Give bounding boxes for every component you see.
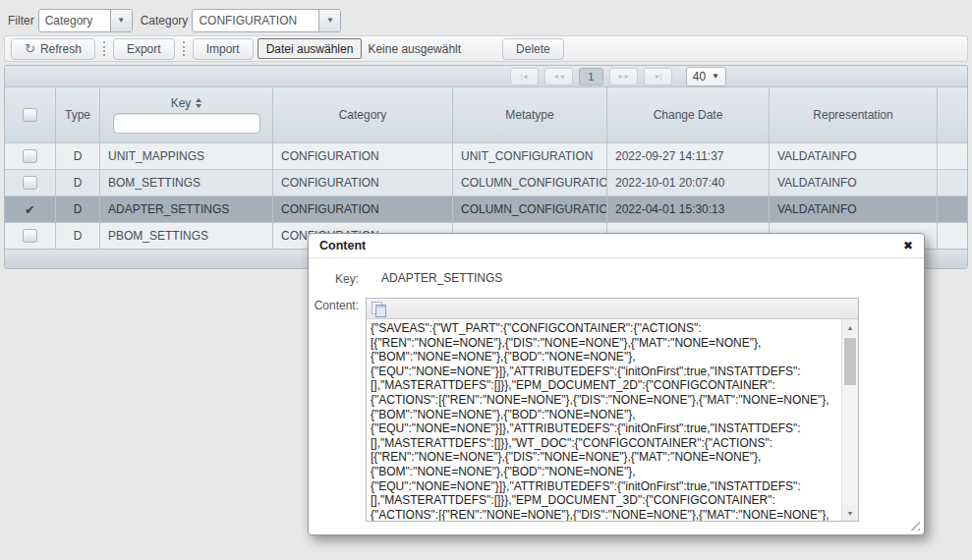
cell-spacer bbox=[938, 196, 967, 222]
cell-change-date: 2022-09-27 14:11:37 bbox=[607, 143, 770, 169]
page-size-select[interactable]: 40 ▼ bbox=[686, 67, 726, 86]
cell-key: PBOM_SETTINGS bbox=[100, 223, 273, 249]
file-choose-button[interactable]: Datei auswählen bbox=[257, 38, 363, 59]
header-category: Category bbox=[273, 87, 453, 142]
table-row-selected[interactable]: ✔ D ADAPTER_SETTINGS CONFIGURATION COLUM… bbox=[5, 196, 967, 222]
header-type: Type bbox=[56, 87, 100, 142]
first-page-button[interactable]: |◄ bbox=[510, 68, 539, 85]
cell-key: UNIT_MAPPINGS bbox=[100, 143, 273, 169]
refresh-label: Refresh bbox=[40, 42, 82, 56]
dialog-title-bar[interactable]: Content ✖ bbox=[309, 234, 924, 258]
refresh-icon: ↻ bbox=[25, 42, 35, 55]
category-label: Category bbox=[141, 14, 189, 28]
cell-category: CONFIGURATION bbox=[273, 170, 453, 196]
cell-change-date: 2022-04-01 15:30:13 bbox=[607, 196, 770, 222]
cell-type: D bbox=[56, 223, 100, 249]
key-label: Key: bbox=[314, 271, 359, 286]
cell-metatype: COLUMN_CONFIGURATION bbox=[453, 170, 607, 196]
toolbar-separator bbox=[103, 41, 105, 56]
cell-category: CONFIGURATION bbox=[273, 143, 453, 169]
cell-spacer bbox=[938, 223, 967, 249]
cell-type: D bbox=[56, 143, 100, 169]
content-row: Content: {"SAVEAS":{"WT_PART":{"CONFIGCO… bbox=[314, 298, 924, 522]
dialog-body: Key: ADAPTER_SETTINGS Content: {"SAVEAS"… bbox=[309, 258, 924, 522]
filter-type-dropdown-button[interactable]: ▼ bbox=[110, 10, 132, 31]
chevron-down-icon: ▼ bbox=[712, 72, 719, 81]
chevron-down-icon: ▼ bbox=[326, 16, 334, 25]
page-size-value: 40 bbox=[693, 70, 706, 84]
table-row[interactable]: D BOM_SETTINGS CONFIGURATION COLUMN_CONF… bbox=[5, 169, 967, 196]
content-label: Content: bbox=[314, 298, 359, 312]
header-key[interactable]: Key bbox=[100, 87, 273, 142]
cell-spacer bbox=[938, 170, 967, 196]
row-checkbox[interactable] bbox=[23, 149, 37, 163]
cell-category: CONFIGURATION bbox=[273, 196, 453, 222]
table-row[interactable]: D UNIT_MAPPINGS CONFIGURATION UNIT_CONFI… bbox=[5, 142, 967, 169]
next-page-button[interactable]: ►► bbox=[609, 68, 638, 85]
scrollbar-thumb[interactable] bbox=[844, 338, 856, 385]
app-screen: Filter Category ▼ Category CONFIGURATION… bbox=[0, 0, 972, 560]
cell-metatype: COLUMN_CONFIGURATION bbox=[453, 196, 607, 222]
toolbar-separator bbox=[183, 41, 185, 56]
header-metatype: Metatype bbox=[453, 87, 607, 142]
cell-representation: VALDATAINFO bbox=[770, 143, 938, 169]
toolbar: ↻ Refresh Export Import Datei auswählen … bbox=[4, 35, 968, 62]
select-all-checkbox[interactable] bbox=[23, 108, 37, 122]
row-checkbox[interactable] bbox=[23, 176, 37, 190]
sort-icon[interactable] bbox=[196, 98, 201, 108]
cell-representation: VALDATAINFO bbox=[770, 170, 938, 196]
cell-key: ADAPTER_SETTINGS bbox=[100, 196, 273, 222]
content-scrollbar[interactable]: ▲ ▼ bbox=[841, 319, 858, 521]
refresh-button[interactable]: ↻ Refresh bbox=[11, 38, 95, 60]
header-spacer bbox=[938, 87, 967, 142]
filter-type-dropdown[interactable]: Category ▼ bbox=[38, 9, 133, 32]
scroll-up-icon[interactable]: ▲ bbox=[842, 319, 858, 335]
header-key-label: Key bbox=[171, 96, 192, 110]
file-status-text: Keine ausgewählt bbox=[368, 42, 461, 56]
cell-type: D bbox=[56, 170, 100, 196]
table-header: Type Key Category Metatype Change Date R… bbox=[5, 87, 967, 142]
row-checkbox[interactable] bbox=[23, 229, 37, 243]
content-text: {"SAVEAS":{"WT_PART":{"CONFIGCONTAINER":… bbox=[367, 319, 840, 521]
previous-page-button[interactable]: ◄◄ bbox=[544, 68, 573, 85]
cell-type: D bbox=[56, 196, 100, 222]
key-filter-input[interactable] bbox=[113, 113, 260, 134]
category-dropdown-button[interactable]: ▼ bbox=[318, 10, 340, 31]
content-panel-toolbar bbox=[367, 299, 858, 319]
scroll-down-icon[interactable]: ▼ bbox=[842, 505, 858, 521]
header-select-all-cell bbox=[5, 87, 56, 142]
filter-bar: Filter Category ▼ Category CONFIGURATION… bbox=[8, 8, 349, 32]
key-value: ADAPTER_SETTINGS bbox=[381, 271, 502, 285]
last-page-button[interactable]: ►| bbox=[644, 68, 672, 85]
cell-representation: VALDATAINFO bbox=[770, 196, 938, 222]
content-dialog: Content ✖ Key: ADAPTER_SETTINGS Content:… bbox=[308, 233, 925, 535]
category-dropdown[interactable]: CONFIGURATION ▼ bbox=[192, 9, 341, 32]
export-button[interactable]: Export bbox=[113, 38, 175, 60]
category-value: CONFIGURATION bbox=[193, 10, 318, 31]
filter-label: Filter bbox=[8, 14, 34, 28]
cell-key: BOM_SETTINGS bbox=[100, 170, 273, 196]
content-panel: {"SAVEAS":{"WT_PART":{"CONFIGCONTAINER":… bbox=[366, 298, 859, 522]
check-icon[interactable]: ✔ bbox=[25, 202, 35, 217]
dialog-title: Content bbox=[319, 239, 366, 252]
current-page-button[interactable]: 1 bbox=[579, 68, 603, 85]
delete-button[interactable]: Delete bbox=[502, 38, 564, 60]
import-button[interactable]: Import bbox=[193, 38, 254, 60]
cell-change-date: 2022-10-01 20:07:40 bbox=[607, 170, 770, 196]
content-textarea[interactable]: {"SAVEAS":{"WT_PART":{"CONFIGCONTAINER":… bbox=[367, 319, 858, 521]
paginator: |◄ ◄◄ 1 ►► ►| 40 ▼ bbox=[5, 66, 967, 87]
chevron-down-icon: ▼ bbox=[117, 16, 125, 25]
close-icon[interactable]: ✖ bbox=[903, 240, 913, 252]
header-change-date: Change Date bbox=[607, 87, 770, 142]
copy-icon[interactable] bbox=[372, 302, 386, 315]
header-representation: Representation bbox=[770, 87, 938, 142]
cell-metatype: UNIT_CONFIGURATION bbox=[453, 143, 607, 169]
filter-type-value: Category bbox=[39, 10, 110, 31]
key-row: Key: ADAPTER_SETTINGS bbox=[314, 271, 924, 286]
cell-spacer bbox=[938, 143, 967, 169]
